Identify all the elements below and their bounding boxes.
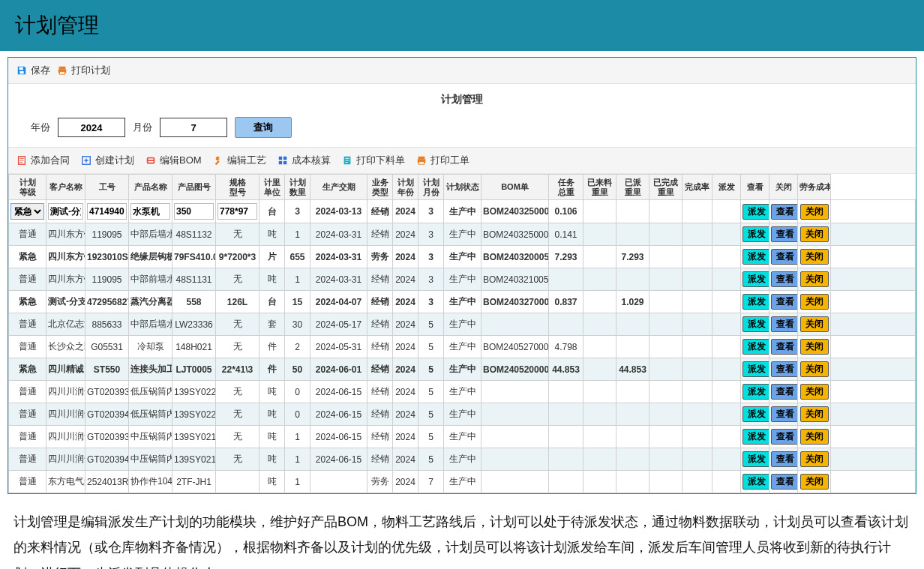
cell — [682, 426, 712, 448]
close-button[interactable]: 关闭 — [800, 271, 829, 287]
close-button[interactable]: 关闭 — [800, 406, 829, 422]
column-header[interactable]: 客户名称 — [46, 175, 86, 200]
year-input[interactable] — [58, 118, 125, 137]
dispatch-button[interactable]: 派发 — [742, 451, 770, 467]
level-select[interactable]: 紧急 — [10, 203, 44, 220]
view-button[interactable]: 查看 — [771, 429, 798, 445]
table-row[interactable]: 普通北京亿志沙885633中部后墙水冷LW23336无套302024-05-17… — [9, 313, 916, 336]
dispatch-button[interactable]: 派发 — [742, 361, 770, 377]
save-button[interactable]: 保存 — [16, 64, 50, 77]
table-row[interactable]: 普通四川川润达GT020393低压锅筒内部139SY0220无吨02024-06… — [9, 381, 916, 403]
column-header[interactable]: 计划状态 — [444, 175, 482, 200]
column-header[interactable]: 产品图号 — [172, 175, 216, 200]
column-header[interactable]: 完成率 — [682, 175, 712, 200]
close-button[interactable]: 关闭 — [800, 361, 829, 377]
print-plan-button[interactable]: 打印计划 — [56, 64, 110, 77]
dispatch-button[interactable]: 派发 — [742, 429, 770, 445]
cell: 中压锅筒内部 — [129, 448, 172, 471]
table-row[interactable]: 普通四川川润达GT020394-2中压锅筒内部139SY0210无吨12024-… — [9, 448, 916, 471]
view-button[interactable]: 查看 — [771, 271, 798, 287]
table-row[interactable]: 普通四川川润达GT020394-2低压锅筒内部139SY0220无吨02024-… — [9, 403, 916, 426]
column-header[interactable]: 工号 — [86, 175, 129, 200]
print-cutlist-button[interactable]: 打印下料单 — [341, 154, 405, 167]
column-header[interactable]: 已来料重里 — [584, 175, 616, 200]
edit-process-button[interactable]: 编辑工艺 — [212, 154, 266, 167]
column-header[interactable]: 计里单位 — [260, 175, 285, 200]
cost-calc-button[interactable]: 成本核算 — [277, 154, 331, 167]
job-input[interactable] — [87, 203, 127, 220]
add-contract-button[interactable]: 添加合同 — [16, 154, 70, 167]
column-header[interactable]: 关闭 — [770, 175, 798, 200]
table-row[interactable]: 普通四川东方银119095中部后墙水冷48S1132无吨12024-03-31经… — [9, 223, 916, 246]
cell: 生产中 — [444, 426, 482, 448]
dispatch-button[interactable]: 派发 — [742, 204, 770, 220]
column-header[interactable]: 劳务成本 — [798, 175, 831, 200]
dispatch-button[interactable]: 派发 — [742, 226, 770, 242]
view-button[interactable]: 查看 — [771, 204, 798, 220]
view-button[interactable]: 查看 — [771, 384, 798, 400]
table-row[interactable]: 普通东方电气集2524013R协作件104车2TF-JH1吨1劳务20247生产… — [9, 471, 916, 493]
table-row[interactable]: 普通四川川润达GT020393中压锅筒内部139SY0210无吨12024-06… — [9, 426, 916, 448]
print-order-button[interactable]: 打印工单 — [416, 154, 470, 167]
view-button[interactable]: 查看 — [771, 249, 798, 265]
table-row[interactable]: 普通四川东方银119095中部前墙水冷48S1131无吨12024-03-31经… — [9, 268, 916, 291]
dispatch-button[interactable]: 派发 — [742, 474, 770, 490]
table-row[interactable]: 紧急测试-分支472956827蒸汽分离器558126L台152024-04-0… — [9, 291, 916, 313]
dispatch-button[interactable]: 派发 — [742, 271, 770, 287]
table-row[interactable]: 普通长沙众之玑G05531冷却泵148H021无件22024-05-31经销20… — [9, 336, 916, 358]
close-button[interactable]: 关闭 — [800, 384, 829, 400]
dispatch-button[interactable]: 派发 — [742, 316, 770, 332]
close-button[interactable]: 关闭 — [800, 429, 829, 445]
column-header[interactable]: 计划月份 — [418, 175, 444, 200]
view-button[interactable]: 查看 — [771, 316, 798, 332]
cell — [712, 336, 741, 358]
dispatch-button[interactable]: 派发 — [742, 249, 770, 265]
table-row[interactable]: 紧急四川东方银1923010S绝缘层钩板79FS410.099*7200*3片6… — [9, 246, 916, 268]
close-button[interactable]: 关闭 — [800, 339, 829, 355]
cell: 148H021 — [172, 336, 216, 358]
view-button[interactable]: 查看 — [771, 361, 798, 377]
dispatch-button[interactable]: 派发 — [742, 339, 770, 355]
svg-rect-2 — [59, 67, 66, 70]
close-button[interactable]: 关闭 — [800, 204, 829, 220]
create-plan-button[interactable]: 创建计划 — [80, 154, 134, 167]
column-header[interactable]: 产品名称 — [129, 175, 172, 200]
column-header[interactable]: 查看 — [741, 175, 770, 200]
view-button[interactable]: 查看 — [771, 451, 798, 467]
column-header[interactable]: BOM单 — [482, 175, 549, 200]
edit-bom-button[interactable]: 编辑BOM — [145, 154, 202, 167]
cell: 查看 — [770, 223, 798, 246]
column-header[interactable]: 派发 — [712, 175, 741, 200]
close-button[interactable]: 关闭 — [800, 249, 829, 265]
close-button[interactable]: 关闭 — [800, 316, 829, 332]
column-header[interactable]: 生产交期 — [310, 175, 368, 200]
view-button[interactable]: 查看 — [771, 406, 798, 422]
view-button[interactable]: 查看 — [771, 474, 798, 490]
month-input[interactable] — [160, 118, 227, 137]
column-header[interactable]: 规格型号 — [216, 175, 260, 200]
column-header[interactable]: 业务类型 — [368, 175, 393, 200]
table-row[interactable]: 紧急四川精诚ST550连接头加工LJT000522*41\3件502024-06… — [9, 358, 916, 381]
column-header[interactable]: 计划年份 — [393, 175, 418, 200]
close-button[interactable]: 关闭 — [800, 294, 829, 310]
close-button[interactable]: 关闭 — [800, 451, 829, 467]
drawing-input[interactable] — [174, 203, 214, 220]
column-header[interactable]: 已派重里 — [616, 175, 650, 200]
cell: 5 — [418, 426, 444, 448]
close-button[interactable]: 关闭 — [800, 474, 829, 490]
customer-input[interactable] — [48, 203, 83, 220]
view-button[interactable]: 查看 — [771, 226, 798, 242]
product-input[interactable] — [130, 203, 170, 220]
column-header[interactable]: 任务总重 — [549, 175, 584, 200]
spec-input[interactable] — [218, 203, 257, 220]
query-button[interactable]: 查询 — [235, 117, 292, 138]
column-header[interactable]: 已完成重里 — [650, 175, 682, 200]
view-button[interactable]: 查看 — [771, 339, 798, 355]
dispatch-button[interactable]: 派发 — [742, 406, 770, 422]
column-header[interactable]: 计划等级 — [9, 175, 46, 200]
view-button[interactable]: 查看 — [771, 294, 798, 310]
dispatch-button[interactable]: 派发 — [742, 294, 770, 310]
dispatch-button[interactable]: 派发 — [742, 384, 770, 400]
close-button[interactable]: 关闭 — [800, 226, 829, 242]
column-header[interactable]: 计划数里 — [285, 175, 310, 200]
